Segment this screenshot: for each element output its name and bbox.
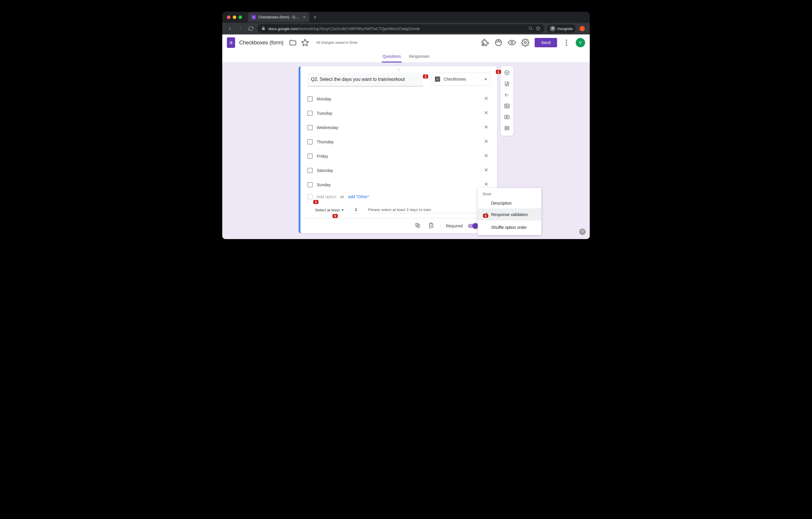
browser-tab[interactable]: Checkboxes (form) - Google Fo × (248, 12, 309, 22)
preview-icon[interactable] (508, 38, 516, 47)
drag-handle-icon[interactable]: ⠿ (300, 66, 497, 73)
bookmark-star-icon[interactable] (536, 26, 541, 31)
add-option-placeholder[interactable]: Add option (317, 194, 336, 199)
reload-button[interactable] (247, 25, 255, 33)
menu-item-label: Description (491, 201, 512, 206)
svg-rect-10 (230, 44, 230, 44)
remove-option-icon[interactable] (483, 109, 490, 117)
option-label[interactable]: Thursday (317, 139, 478, 144)
validation-row: Select at least ▾ 5 (308, 202, 490, 218)
option-row[interactable]: Monday (308, 92, 490, 106)
zoom-icon[interactable] (528, 26, 533, 31)
add-section-icon[interactable] (503, 125, 511, 133)
option-row[interactable]: Thursday (308, 135, 490, 149)
question-type-select[interactable]: Checkboxes ▾ (432, 73, 490, 85)
option-row[interactable]: Friday (308, 149, 490, 163)
svg-rect-9 (231, 42, 232, 43)
question-title-input[interactable] (308, 73, 423, 86)
duplicate-icon[interactable] (413, 221, 422, 230)
option-label[interactable]: Monday (317, 97, 478, 101)
option-row[interactable]: Tuesday (308, 106, 490, 120)
add-image-icon[interactable] (503, 103, 511, 111)
remove-option-icon[interactable] (483, 123, 490, 132)
svg-point-5 (553, 29, 554, 29)
maximize-window-button[interactable] (239, 16, 242, 19)
svg-rect-0 (253, 16, 255, 17)
extensions-icon[interactable] (578, 25, 586, 33)
doc-title[interactable]: Checkboxes (form) (239, 40, 284, 46)
checkbox-icon (308, 125, 313, 130)
help-icon[interactable]: ? (579, 228, 586, 235)
required-toggle[interactable] (468, 224, 478, 228)
separator (440, 222, 441, 230)
minimize-window-button[interactable] (233, 16, 236, 19)
menu-item-description[interactable]: Description (478, 198, 541, 209)
option-label[interactable]: Saturday (317, 168, 478, 173)
checkbox-icon (308, 111, 313, 116)
settings-gear-icon[interactable] (521, 38, 529, 47)
remove-option-icon[interactable] (483, 94, 490, 103)
tab-responses[interactable]: Responses (409, 51, 430, 62)
more-vert-icon[interactable] (562, 38, 571, 47)
required-label: Required (446, 224, 463, 228)
validation-number-input[interactable] (349, 207, 362, 213)
back-button[interactable] (226, 25, 234, 33)
remove-option-icon[interactable] (483, 152, 490, 160)
option-row[interactable]: Saturday (308, 163, 490, 177)
folder-icon[interactable] (289, 38, 297, 47)
addons-icon[interactable] (481, 38, 489, 47)
svg-point-3 (529, 27, 532, 29)
option-label[interactable]: Friday (317, 154, 478, 159)
svg-rect-6 (230, 42, 230, 42)
remove-option-icon[interactable] (483, 166, 490, 174)
delete-icon[interactable] (427, 221, 435, 230)
option-label[interactable]: Wednesday (317, 125, 478, 130)
address-bar[interactable]: docs.google.com/forms/d/1qUXsryC2a2AvBCA… (257, 24, 545, 33)
svg-point-16 (511, 42, 513, 44)
tab-close-icon[interactable]: × (303, 15, 306, 20)
palette-icon[interactable] (494, 38, 502, 47)
checkbox-icon (308, 182, 313, 187)
annotation-badge-2: 2 (423, 75, 428, 79)
send-button[interactable]: Send (534, 38, 557, 47)
menu-item-shuffle[interactable]: Shuffle option order (478, 222, 541, 233)
add-question-icon[interactable] (503, 69, 511, 77)
add-other-link[interactable]: add "Other" (348, 194, 369, 199)
incognito-label: Incognito (557, 27, 573, 31)
option-row[interactable]: Wednesday (308, 120, 490, 135)
save-status: All changes saved in Drive (316, 40, 357, 45)
svg-point-13 (497, 42, 497, 42)
validation-error-input[interactable] (368, 207, 483, 213)
menu-item-label: Response validation (491, 212, 528, 217)
tab-questions[interactable]: Questions (382, 51, 401, 62)
add-title-icon[interactable]: TT (503, 91, 511, 100)
browser-tabbar: Checkboxes (form) - Google Fo × + (222, 12, 590, 23)
forms-logo-icon[interactable] (227, 37, 235, 48)
svg-point-4 (552, 29, 553, 29)
app-viewport: Checkboxes (form) All changes saved in D… (222, 34, 590, 239)
forward-button[interactable] (236, 25, 244, 33)
close-window-button[interactable] (227, 16, 230, 19)
question-card[interactable]: ⠿ 2 Checkboxes ▾ (299, 66, 497, 233)
incognito-badge: Incognito (547, 25, 576, 33)
avatar[interactable]: V (576, 38, 585, 47)
option-label[interactable]: Tuesday (317, 111, 478, 116)
checkbox-type-icon (435, 77, 440, 82)
add-video-icon[interactable] (503, 113, 511, 122)
menu-item-label: Shuffle option order (491, 225, 527, 230)
remove-option-icon[interactable] (483, 137, 490, 146)
star-icon[interactable] (301, 38, 309, 47)
url-text: docs.google.com/forms/d/1qUXsryC2a2AvBCA… (268, 27, 420, 31)
svg-rect-7 (231, 42, 232, 42)
option-label[interactable]: Sunday (317, 183, 478, 187)
validation-rule-select[interactable]: Select at least ▾ (315, 208, 344, 212)
lock-icon (261, 26, 265, 31)
import-questions-icon[interactable] (503, 80, 511, 88)
option-row[interactable]: Sunday (308, 177, 490, 192)
svg-rect-8 (230, 42, 230, 43)
svg-point-14 (498, 40, 499, 41)
remove-option-icon[interactable] (483, 181, 490, 189)
chevron-down-icon: ▾ (485, 77, 487, 81)
svg-point-30 (506, 105, 506, 106)
new-tab-button[interactable]: + (309, 14, 321, 21)
